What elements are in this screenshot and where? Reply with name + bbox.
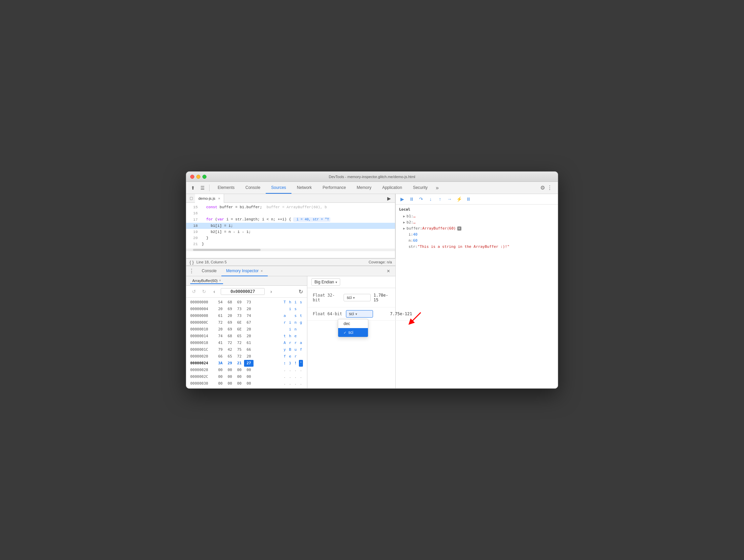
step-over-button[interactable]: ↷ — [417, 195, 425, 203]
hex-row-7: 0000001C 79 42 75 66 y — [190, 346, 303, 353]
code-line-21: 21 } — [186, 241, 395, 247]
toolbar-divider — [209, 185, 210, 191]
window-title: DevTools - memory-inspector.glitch.me/de… — [329, 175, 415, 179]
tab-elements[interactable]: Elements — [212, 182, 240, 194]
memory-icon[interactable]: ⊞ — [457, 227, 461, 231]
hex-row-4: 00000010 20 69 6E 20 — [190, 326, 303, 333]
memory-refresh-button[interactable]: ↻ — [299, 288, 303, 295]
float64-format-value: sci — [349, 311, 354, 316]
minimize-button[interactable] — [196, 175, 200, 179]
bottom-tab-console[interactable]: Console — [197, 266, 221, 276]
step-button[interactable]: → — [446, 195, 453, 203]
source-scrollbar-h[interactable] — [186, 249, 395, 251]
step-out-button[interactable]: ↑ — [436, 195, 444, 203]
float32-label: Float 32-bit — [313, 293, 341, 302]
float32-format-select[interactable]: sci ▾ — [344, 294, 371, 301]
hex-row-3: 0000000C 72 69 6E 67 r — [190, 319, 303, 326]
source-editor: ▢ demo-js.js × ▶ 15 const buffer — [186, 194, 395, 258]
endian-label: Big Endian — [314, 280, 334, 284]
tree-arrow-b2: ▶ — [403, 219, 405, 225]
more-tabs-button[interactable]: » — [433, 185, 441, 191]
check-icon: ✓ — [344, 331, 346, 335]
dropdown-dec-label: dec — [344, 321, 350, 326]
bottom-tab-console-label: Console — [202, 268, 217, 273]
arraybuffer-tab-close[interactable]: × — [219, 279, 221, 282]
devtools-window: DevTools - memory-inspector.glitch.me/de… — [186, 171, 558, 389]
source-tab-demo-js[interactable]: demo-js.js × — [195, 194, 224, 203]
title-bar: DevTools - memory-inspector.glitch.me/de… — [186, 172, 558, 182]
code-line-20: 20 } — [186, 235, 395, 241]
bottom-more-options[interactable]: ⋮ — [189, 268, 194, 274]
coverage-status: Coverage: n/a — [369, 260, 392, 264]
line-column-status: Line 18, Column 5 — [196, 260, 226, 264]
source-tab-close[interactable]: × — [218, 196, 220, 200]
memory-back-button[interactable]: ↺ — [190, 288, 198, 295]
source-tab-bar: ▢ demo-js.js × ▶ — [186, 194, 395, 203]
debug-item-b1[interactable]: ▶ b1: … — [399, 213, 554, 219]
endian-selector[interactable]: Big Endian ▾ — [311, 278, 340, 286]
tree-arrow-buffer: ▶ — [403, 225, 405, 232]
source-tab-label: demo-js.js — [198, 196, 215, 200]
debug-item-b2[interactable]: ▶ b2: … — [399, 219, 554, 225]
debug-item-i: i: 40 — [399, 232, 554, 238]
more-options-icon[interactable]: ⋮ — [547, 185, 552, 191]
settings-area: ⚙ ⋮ — [540, 185, 555, 191]
tab-security[interactable]: Security — [408, 182, 433, 194]
hex-row-9-current: 00000024 3A 29 21 27 : — [190, 360, 303, 367]
hex-row-10: 00000028 00 00 00 00 . — [190, 367, 303, 373]
debug-panel-content: Local ▶ b1: … ▶ b2: … ▶ buffer: — [396, 204, 558, 388]
curly-braces-icon[interactable]: { } — [190, 260, 194, 265]
hex-row-2: 00000008 61 20 73 74 a — [190, 313, 303, 319]
pause-button[interactable]: ⏸ — [408, 195, 415, 203]
bottom-panel-close[interactable]: × — [387, 268, 393, 274]
maximize-button[interactable] — [202, 175, 206, 179]
dropdown-item-sci[interactable]: ✓ sci — [338, 328, 368, 337]
devtools-body: ⬆ ☰ Elements Console Sources Network Per… — [186, 182, 558, 388]
code-line-19: 19 b2[i] = n - i - 1; — [186, 229, 395, 235]
resume-button[interactable]: ▶ — [398, 195, 406, 203]
top-toolbar: ⬆ ☰ Elements Console Sources Network Per… — [186, 182, 558, 194]
hex-row-5: 00000014 74 68 65 20 t — [190, 333, 303, 340]
close-button[interactable] — [190, 175, 194, 179]
device-toolbar-button[interactable]: ☰ — [198, 184, 206, 192]
bottom-tabs-row: ⋮ Console Memory Inspector × × — [186, 266, 395, 276]
local-section-title: Local — [399, 207, 554, 213]
debug-item-buffer[interactable]: ▶ buffer: ArrayBuffer(60) ⊞ — [399, 225, 554, 232]
tab-network[interactable]: Network — [291, 182, 317, 194]
tab-performance[interactable]: Performance — [317, 182, 351, 194]
dont-pause-button[interactable]: ⏸ — [465, 195, 472, 203]
gear-icon[interactable]: ⚙ — [540, 185, 545, 191]
dropdown-sci-label: sci — [348, 330, 353, 335]
arraybuffer-tab-label: ArrayBuffer(60) — [192, 279, 218, 283]
memory-inspector-tab-close[interactable]: × — [261, 269, 263, 273]
scrollbar-thumb[interactable] — [193, 249, 261, 251]
float32-format-arrow: ▾ — [353, 296, 355, 300]
tab-console[interactable]: Console — [240, 182, 266, 194]
bottom-tab-memory-inspector[interactable]: Memory Inspector × — [221, 266, 267, 276]
float64-label: Float 64-bit — [313, 311, 343, 316]
cursor-tool-button[interactable]: ⬆ — [189, 184, 197, 192]
code-area: 15 const buffer = b1.buffer; buffer = Ar… — [186, 203, 395, 249]
tab-memory[interactable]: Memory — [351, 182, 377, 194]
memory-prev-button[interactable]: ‹ — [211, 288, 218, 295]
svg-line-3 — [411, 313, 421, 323]
tab-sources[interactable]: Sources — [266, 182, 291, 194]
float64-row: Float 64-bit sci ▾ 7.75e-121 dec — [307, 307, 417, 321]
dropdown-item-dec[interactable]: dec — [338, 319, 368, 328]
debug-item-str: str: "This is a string in the ArrayBuffe… — [399, 244, 554, 250]
memory-forward-button[interactable]: ↻ — [200, 288, 208, 295]
step-into-button[interactable]: ↓ — [427, 195, 434, 203]
memory-next-button[interactable]: › — [267, 288, 275, 295]
deactivate-breakpoints-button[interactable]: ⚡ — [455, 195, 463, 203]
source-run-button[interactable]: ▶ — [385, 196, 394, 201]
bottom-tab-memory-label: Memory Inspector — [226, 268, 259, 273]
memory-address-input[interactable] — [221, 288, 265, 295]
arraybuffer-tab[interactable]: ArrayBuffer(60) × — [190, 278, 223, 284]
hex-row-11: 0000002C 00 00 00 00 . — [190, 373, 303, 380]
code-line-16: 16 — [186, 210, 395, 216]
code-line-18: 18 b1[i] = i; — [186, 223, 395, 229]
float64-format-select[interactable]: sci ▾ — [346, 310, 373, 318]
memory-nav: ↺ ↻ ‹ › ↻ — [186, 286, 307, 298]
red-arrow-2-icon — [404, 311, 424, 328]
tab-application[interactable]: Application — [377, 182, 408, 194]
